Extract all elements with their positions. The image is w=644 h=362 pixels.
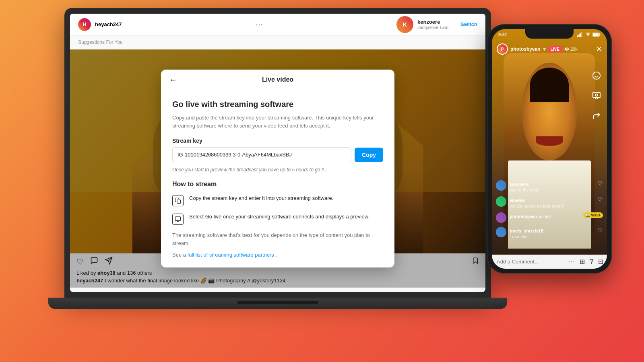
camera-svg-icon xyxy=(592,91,601,100)
svg-rect-8 xyxy=(580,33,581,37)
comment-username: photosbyean xyxy=(510,214,537,219)
comment-username: travis_shreds18 xyxy=(510,228,543,233)
phone-face xyxy=(522,63,577,160)
phone-body: P photosbyean ▾ LIVE 20k ✕ 9:41 xyxy=(487,24,612,274)
comment-item: photosbyean joined 🌊 Wavs xyxy=(496,212,603,223)
comment-item: sanzoere you're the best! ♡ xyxy=(496,180,603,192)
phone-bottombar: ⋯ ⊞ ? ⊟ xyxy=(492,255,607,269)
commenter-avatar xyxy=(496,180,506,191)
comment-text: joined xyxy=(539,214,551,219)
left-user-avatar: H xyxy=(78,18,91,31)
camera-icon[interactable] xyxy=(590,89,603,102)
phone-bottom-icons: ⋯ ⊞ ? ⊟ xyxy=(568,258,603,265)
commenter-avatar xyxy=(496,227,506,237)
stream-step-2: Select Go live once your streaming softw… xyxy=(172,213,383,225)
preview-note: Once you start to preview the broadcast … xyxy=(172,167,383,173)
svg-rect-9 xyxy=(581,32,582,37)
chevron-down-icon: ▾ xyxy=(543,46,546,52)
modal-overlay: ← Live video Go live with streaming soft… xyxy=(70,49,485,288)
svg-rect-12 xyxy=(593,33,599,36)
step2-text: Select Go live once your streaming softw… xyxy=(189,213,369,221)
modal-heading: Go live with streaming software xyxy=(172,100,383,109)
comment-username: eloears xyxy=(510,198,525,203)
comment-text: Love this. xyxy=(510,234,594,239)
right-user-avatar: K xyxy=(396,16,413,33)
copy-step-icon xyxy=(172,195,184,206)
svg-rect-6 xyxy=(577,35,578,37)
commenter-avatar xyxy=(496,212,506,223)
comment-content: travis_shreds18 Love this. xyxy=(510,227,594,239)
svg-point-17 xyxy=(595,94,598,96)
streaming-note: The streaming software that's best for y… xyxy=(172,231,383,247)
viewer-count: 20k xyxy=(564,47,578,51)
stream-key-label: Stream key xyxy=(172,138,383,144)
share-icon-phone[interactable] xyxy=(590,109,603,122)
phone: P photosbyean ▾ LIVE 20k ✕ 9:41 xyxy=(487,24,612,274)
live-video-modal: ← Live video Go live with streaming soft… xyxy=(161,70,394,267)
right-username: kenzoere xyxy=(417,19,448,25)
switch-button[interactable]: Switch xyxy=(460,21,477,27)
phone-close-button[interactable]: ✕ xyxy=(596,45,602,53)
stream-step-1: Copy the stream key and enter it into yo… xyxy=(172,194,383,206)
phone-comments-section: sanzoere you're the best! ♡ eloears we y… xyxy=(492,177,607,246)
modal-back-button[interactable]: ← xyxy=(169,75,177,84)
signal-icon xyxy=(577,32,584,37)
emoji-reaction-icon[interactable] xyxy=(590,69,603,82)
laptop: H heyach247 ⋯ K kenzoere Jacqueline Lam … xyxy=(64,8,515,338)
phone-comment-input[interactable] xyxy=(497,259,564,265)
stream-key-input[interactable] xyxy=(172,147,351,162)
battery-icon xyxy=(592,32,601,37)
live-badge: LIVE xyxy=(548,46,562,52)
comment-text: you're the best! xyxy=(510,187,594,192)
suggestions-label: Suggestions For You xyxy=(78,39,123,45)
comment-content: eloears we you going on tour soon? xyxy=(510,196,594,208)
ig-topbar: H heyach247 ⋯ K kenzoere Jacqueline Lam … xyxy=(70,14,485,35)
wifi-icon xyxy=(585,32,591,37)
instagram-feed: H heyach247 ⋯ K kenzoere Jacqueline Lam … xyxy=(70,14,485,292)
screen-step-icon xyxy=(172,214,184,225)
suggestions-bar: Suggestions For You xyxy=(70,35,485,49)
phone-status-icons xyxy=(577,32,601,37)
phone-status-bar: 9:41 xyxy=(492,32,607,37)
right-user-info: K kenzoere Jacqueline Lam xyxy=(396,16,448,33)
partners-link[interactable]: full list of streaming software partners xyxy=(188,252,274,258)
post-user-left: H heyach247 xyxy=(78,18,122,31)
comment-item: travis_shreds18 Love this. ♡ xyxy=(496,227,603,239)
heart-icon[interactable]: ♡ xyxy=(598,180,603,187)
comment-actions: 🌊 Wavs xyxy=(583,212,603,218)
right-user-details: kenzoere Jacqueline Lam xyxy=(417,19,448,30)
ig-post-area: Preview ♡ xyxy=(70,49,485,288)
svg-point-13 xyxy=(593,72,600,79)
topbar-right: K kenzoere Jacqueline Lam Switch xyxy=(396,16,477,33)
smiley-icon xyxy=(592,71,601,80)
more-options-phone-icon[interactable]: ⋯ xyxy=(568,258,575,265)
viewer-count-num: 20k xyxy=(570,47,578,51)
right-user-sub: Jacqueline Lam xyxy=(417,25,448,30)
comment-content: photosbyean joined xyxy=(510,212,580,220)
svg-rect-2 xyxy=(177,200,181,204)
comment-actions: ♡ xyxy=(598,227,603,233)
commenter-avatar xyxy=(496,196,506,207)
waves-badge: 🌊 Wavs xyxy=(583,212,603,218)
step1-text: Copy the stream key and enter it into yo… xyxy=(189,194,333,202)
comment-text: we you going on tour soon? xyxy=(510,204,594,208)
comment-content: sanzoere you're the best! xyxy=(510,180,594,192)
svg-rect-3 xyxy=(175,217,180,220)
ig-content: Preview ♡ xyxy=(70,49,485,288)
svg-rect-11 xyxy=(599,34,600,35)
add-content-icon[interactable]: ⊞ xyxy=(580,258,585,265)
comment-actions: ♡ xyxy=(598,180,603,187)
copy-button[interactable]: Copy xyxy=(355,148,383,162)
help-icon[interactable]: ? xyxy=(590,258,593,265)
partners-suffix: . xyxy=(276,252,277,258)
more-options-icon[interactable]: ⋯ xyxy=(256,20,263,29)
share-svg-icon xyxy=(592,111,601,120)
laptop-screen: H heyach247 ⋯ K kenzoere Jacqueline Lam … xyxy=(70,14,485,292)
filter-phone-icon[interactable]: ⊟ xyxy=(598,258,603,265)
heart-icon[interactable]: ♡ xyxy=(598,196,603,203)
phone-time: 9:41 xyxy=(498,32,507,37)
eye-icon xyxy=(564,47,569,51)
heart-icon[interactable]: ♡ xyxy=(598,227,603,233)
modal-header: ← Live video xyxy=(161,70,394,90)
modal-title: Live video xyxy=(169,76,386,83)
